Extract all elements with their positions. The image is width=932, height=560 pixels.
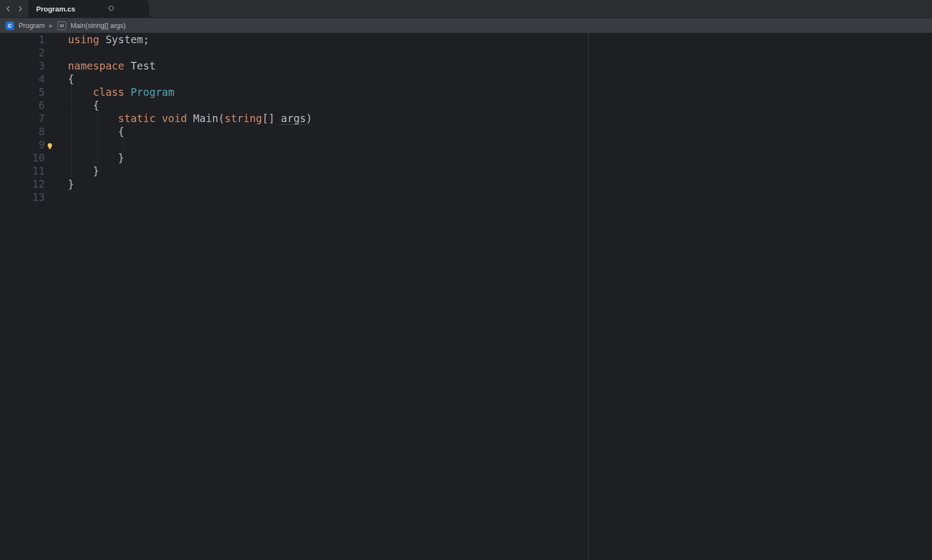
code-content[interactable]: using System; namespace Test { class Pro…	[55, 33, 589, 560]
gutter-line[interactable]: 6	[0, 99, 55, 112]
gutter-line[interactable]: 10	[0, 151, 55, 164]
svg-point-0	[109, 6, 113, 10]
tab-title: Program.cs	[36, 5, 76, 13]
code-line: }	[68, 164, 588, 177]
nav-forward-button[interactable]	[15, 4, 25, 14]
editor: 12345678910111213 using System; namespac…	[0, 33, 932, 560]
minimap[interactable]	[589, 33, 753, 560]
gutter-line[interactable]: 11	[0, 164, 55, 177]
breadcrumb-separator-icon: ▶	[49, 23, 53, 28]
code-line: {	[68, 72, 588, 85]
gutter-line[interactable]: 9	[0, 138, 55, 151]
code-line: namespace Test	[68, 59, 588, 72]
gutter-line[interactable]: 5	[0, 85, 55, 99]
svg-rect-4	[49, 147, 51, 149]
code-area[interactable]: using System; namespace Test { class Pro…	[55, 33, 932, 560]
tab-active[interactable]: Program.cs	[28, 0, 149, 18]
code-line	[68, 46, 588, 59]
breadcrumb-method[interactable]: Main(string[] args)	[71, 22, 126, 30]
breadcrumb-class[interactable]: Program	[19, 22, 45, 30]
code-line: static void Main(string[] args)	[68, 112, 588, 125]
code-line: class Program	[68, 85, 588, 99]
code-line	[68, 190, 588, 204]
breadcrumb: C Program ▶ M Main(string[] args)	[0, 18, 932, 33]
gutter-line[interactable]: 8	[0, 125, 55, 138]
gutter: 12345678910111213	[0, 33, 55, 560]
gutter-line[interactable]: 2	[0, 46, 55, 59]
code-line: {	[68, 99, 588, 112]
gutter-line[interactable]: 1	[0, 33, 55, 46]
gutter-line[interactable]: 12	[0, 177, 55, 190]
gutter-line[interactable]: 4	[0, 72, 55, 85]
gutter-line[interactable]: 3	[0, 59, 55, 72]
method-icon: M	[57, 21, 66, 30]
tab-bar: Program.cs	[0, 0, 932, 18]
lightbulb-icon[interactable]	[46, 140, 54, 147]
class-icon: C	[5, 21, 14, 30]
tab-close-icon[interactable]	[108, 5, 114, 12]
code-line: {	[68, 125, 588, 138]
code-line: }	[68, 177, 588, 190]
nav-arrows	[0, 0, 28, 18]
nav-back-button[interactable]	[3, 4, 13, 14]
svg-point-3	[48, 143, 52, 148]
gutter-line[interactable]: 13	[0, 190, 55, 204]
svg-text:C: C	[8, 23, 12, 28]
gutter-line[interactable]: 7	[0, 112, 55, 125]
code-line: using System;	[68, 33, 588, 46]
code-line: }	[68, 151, 588, 164]
code-line	[68, 138, 588, 151]
